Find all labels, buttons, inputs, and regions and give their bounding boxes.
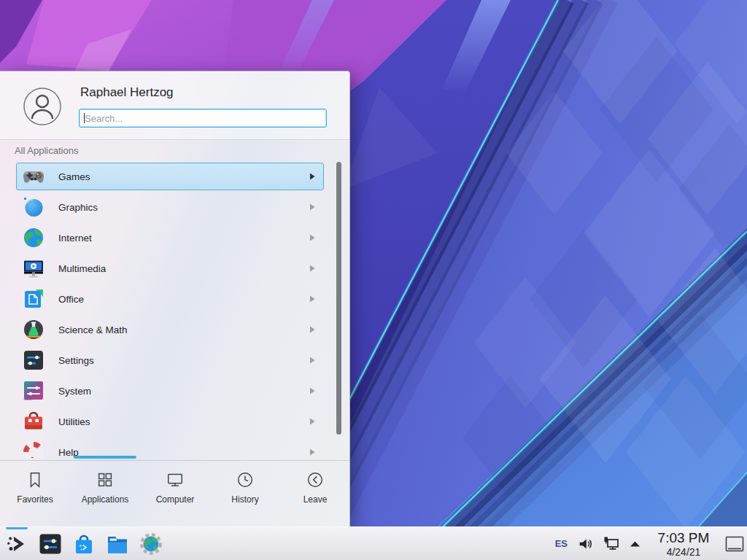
active-launcher-indicator: [6, 527, 28, 529]
list-item-label: Science & Math: [58, 324, 309, 335]
list-item-label: Settings: [58, 355, 309, 366]
list-item-label: Office: [58, 294, 309, 305]
settings-app-icon: [38, 532, 63, 556]
digital-clock[interactable]: 7:03 PM 4/24/21: [653, 531, 714, 557]
taskbar-panel: ES 7:03 PM 4/24/21: [0, 526, 747, 560]
kickoff-icon: [4, 532, 29, 556]
discover-bag-icon: [71, 532, 96, 556]
application-launcher-button[interactable]: [4, 532, 29, 556]
show-desktop-button[interactable]: [724, 527, 746, 560]
science-flask-icon: [22, 318, 45, 341]
grid-icon: [96, 470, 115, 489]
submenu-arrow-icon: [309, 357, 315, 364]
category-list: Games Graphics: [0, 160, 350, 458]
submenu-arrow-icon: [309, 448, 315, 456]
user-name: Raphael Hertzog: [80, 85, 174, 100]
globe-gear-icon: [139, 532, 163, 556]
submenu-arrow-icon: [309, 265, 315, 272]
submenu-arrow-icon: [309, 326, 315, 333]
web-browser-button[interactable]: [139, 532, 163, 556]
file-manager-button[interactable]: [105, 532, 130, 556]
settings-sliders-icon: [22, 349, 45, 372]
monitor-icon: [166, 470, 185, 489]
launcher-tabbar: Favorites Applications: [0, 460, 350, 527]
submenu-arrow-icon: [309, 387, 315, 394]
submenu-arrow-icon: [309, 203, 315, 211]
tab-history[interactable]: History: [210, 461, 280, 527]
list-item-system[interactable]: System: [16, 377, 324, 405]
bookmark-icon: [26, 470, 44, 489]
list-item-label: Internet: [58, 233, 309, 244]
list-item-label: Graphics: [58, 202, 309, 213]
clock-time: 7:03 PM: [653, 531, 714, 545]
launcher-header: Raphael Hertzog: [0, 71, 349, 140]
list-item-games[interactable]: Games: [16, 163, 324, 190]
tab-applications[interactable]: Applications: [70, 461, 140, 527]
network-icon[interactable]: [603, 535, 620, 553]
office-document-icon: [22, 287, 45, 311]
tab-label: Leave: [303, 494, 328, 505]
expand-arrow-icon[interactable]: [630, 540, 640, 548]
list-item-office[interactable]: Office: [16, 285, 324, 313]
submenu-arrow-icon: [309, 234, 315, 241]
active-tab-indicator: [74, 456, 136, 459]
list-item-help[interactable]: Help: [16, 438, 324, 458]
lifebuoy-icon: [22, 440, 45, 458]
volume-icon[interactable]: [577, 536, 593, 552]
list-item-multimedia[interactable]: Multimedia: [16, 254, 324, 282]
tab-favorites[interactable]: Favorites: [0, 461, 70, 527]
list-item-internet[interactable]: Internet: [16, 224, 324, 252]
text-caret: [84, 113, 85, 123]
tab-leave[interactable]: Leave: [280, 461, 350, 527]
sphere-icon: [22, 195, 45, 219]
gamepad-icon: [22, 165, 45, 188]
application-launcher-popup: Raphael Hertzog All Applications: [0, 71, 350, 526]
toolbox-icon: [22, 410, 45, 433]
leave-icon: [306, 470, 325, 489]
system-monitor-icon: [22, 379, 45, 402]
clock-icon: [236, 470, 255, 489]
list-item-label: System: [58, 386, 309, 397]
user-avatar-icon: [23, 88, 61, 125]
search-box: [79, 109, 327, 128]
keyboard-layout-indicator[interactable]: ES: [555, 538, 568, 549]
tab-label: Applications: [82, 494, 129, 505]
system-tray: ES 7:03 PM 4/24/21: [555, 527, 747, 560]
list-item-settings[interactable]: Settings: [16, 346, 324, 374]
list-item-science-math[interactable]: Science & Math: [16, 316, 324, 343]
globe-icon: [22, 226, 45, 249]
system-settings-button[interactable]: [38, 532, 63, 556]
section-label: All Applications: [15, 145, 78, 156]
list-item-graphics[interactable]: Graphics: [16, 193, 324, 221]
desktop: Raphael Hertzog All Applications: [0, 0, 747, 560]
submenu-arrow-icon: [309, 295, 315, 303]
tab-computer[interactable]: Computer: [140, 461, 210, 527]
search-input[interactable]: [79, 109, 327, 128]
submenu-arrow-icon: [309, 418, 315, 425]
folder-icon: [105, 532, 130, 556]
list-item-utilities[interactable]: Utilities: [16, 408, 324, 435]
list-item-label: Games: [58, 171, 309, 182]
list-item-label: Multimedia: [58, 263, 309, 274]
show-desktop-icon: [725, 536, 744, 552]
submenu-arrow-icon: [309, 173, 315, 180]
clock-date: 4/24/21: [653, 547, 714, 557]
media-monitor-icon: [22, 257, 45, 280]
tab-label: Favorites: [17, 494, 53, 505]
discover-button[interactable]: [71, 532, 96, 556]
list-scrollbar[interactable]: [336, 162, 341, 435]
list-item-label: Utilities: [58, 416, 309, 427]
tab-label: Computer: [156, 494, 195, 505]
taskbar-launchers: [0, 532, 163, 556]
tab-label: History: [231, 494, 258, 505]
